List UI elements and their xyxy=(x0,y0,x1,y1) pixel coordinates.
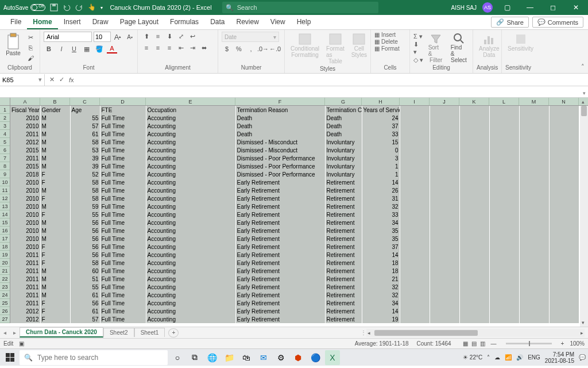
row-header[interactable]: 16 xyxy=(0,227,10,235)
cell[interactable] xyxy=(489,291,519,299)
cell[interactable]: Accounting xyxy=(146,114,235,122)
cell[interactable] xyxy=(430,170,459,178)
cell[interactable] xyxy=(459,315,489,323)
cell[interactable]: 2011 xyxy=(10,251,40,259)
cell[interactable]: Accounting xyxy=(146,146,235,154)
cell[interactable] xyxy=(549,210,579,218)
cell[interactable] xyxy=(430,218,459,227)
cell[interactable] xyxy=(549,122,579,130)
header-cell[interactable]: Termination Ca xyxy=(325,106,362,114)
cell[interactable] xyxy=(519,138,549,146)
row-header[interactable]: 27 xyxy=(0,315,10,323)
fill-color-icon[interactable]: 🪣 xyxy=(94,44,105,53)
search-box[interactable]: 🔍 Search xyxy=(222,2,378,13)
indent-inc-icon[interactable]: ⇥ xyxy=(187,43,198,52)
cell[interactable] xyxy=(489,243,519,251)
cell[interactable] xyxy=(400,138,430,146)
cell[interactable]: Dismissed - Poor Performance xyxy=(235,162,325,170)
cell[interactable]: Early Retirement xyxy=(235,178,325,186)
cell[interactable] xyxy=(519,122,549,130)
cell[interactable]: Full Time xyxy=(100,243,146,251)
cell[interactable] xyxy=(519,275,549,283)
cell[interactable]: 2010 xyxy=(10,178,40,186)
cell[interactable] xyxy=(549,299,579,307)
cell[interactable] xyxy=(549,307,579,315)
cell[interactable]: 51 xyxy=(70,275,100,283)
cell[interactable]: 39 xyxy=(70,162,100,170)
cell[interactable] xyxy=(549,194,579,202)
table-row[interactable]: 2010M56Full TimeAccountingEarly Retireme… xyxy=(10,218,579,227)
start-button[interactable] xyxy=(2,350,17,365)
cell[interactable]: 57 xyxy=(70,315,100,323)
scroll-right-icon[interactable]: ▸ xyxy=(581,330,583,336)
scroll-up-icon[interactable]: ▴ xyxy=(582,99,585,105)
cell[interactable]: Retirement xyxy=(325,315,362,323)
cell[interactable]: Full Time xyxy=(100,154,146,162)
cell[interactable]: 61 xyxy=(70,130,100,138)
row-header[interactable]: 7 xyxy=(0,154,10,162)
cell[interactable]: 35 xyxy=(362,227,400,235)
cell[interactable] xyxy=(489,114,519,122)
cortana-icon[interactable]: ○ xyxy=(170,350,185,365)
cell[interactable] xyxy=(489,202,519,210)
cell[interactable]: M xyxy=(40,267,70,275)
cell[interactable]: 3 xyxy=(362,154,400,162)
cell[interactable] xyxy=(400,227,430,235)
table-row[interactable]: 2011M60Full TimeAccountingEarly Retireme… xyxy=(10,267,579,275)
decrease-font-icon[interactable]: A▾ xyxy=(125,32,135,41)
cell[interactable]: 33 xyxy=(362,130,400,138)
cell[interactable]: 24 xyxy=(362,114,400,122)
cell[interactable]: M xyxy=(40,291,70,299)
cell[interactable]: 2012 xyxy=(10,307,40,315)
cell[interactable]: M xyxy=(40,130,70,138)
cell[interactable]: Full Time xyxy=(100,267,146,275)
cell[interactable] xyxy=(519,210,549,218)
cell[interactable] xyxy=(400,218,430,227)
cell[interactable]: Retirement xyxy=(325,227,362,235)
cell[interactable]: Accounting xyxy=(146,178,235,186)
minimize-icon[interactable]: — xyxy=(521,3,539,12)
cell[interactable]: Accounting xyxy=(146,227,235,235)
language-indicator[interactable]: ENG xyxy=(528,354,540,361)
cell[interactable]: Death xyxy=(325,122,362,130)
cell[interactable] xyxy=(400,122,430,130)
tab-draw[interactable]: Draw xyxy=(87,16,114,29)
cell-styles-button[interactable]: CellStyles xyxy=(349,32,369,59)
table-row[interactable]: 2018F52Full TimeAccountingDismissed - Po… xyxy=(10,170,579,178)
align-bot-icon[interactable]: ⬇ xyxy=(164,32,175,41)
row-headers[interactable]: 1234567891011121314151617181920212223242… xyxy=(0,106,10,323)
cell[interactable] xyxy=(489,283,519,291)
cell[interactable] xyxy=(489,178,519,186)
underline-button[interactable]: U xyxy=(69,44,79,53)
share-button[interactable]: 🔗Share xyxy=(491,17,528,28)
cell[interactable] xyxy=(519,251,549,259)
cell[interactable]: M xyxy=(40,275,70,283)
cell[interactable] xyxy=(549,186,579,194)
row-header[interactable]: 26 xyxy=(0,307,10,315)
cell[interactable]: 53 xyxy=(70,146,100,154)
cell[interactable]: Full Time xyxy=(100,227,146,235)
cell[interactable] xyxy=(549,235,579,243)
cell[interactable]: Full Time xyxy=(100,218,146,227)
cell[interactable]: Early Retirement xyxy=(235,186,325,194)
header-cell[interactable] xyxy=(489,106,519,114)
delete-cells-button[interactable]: ▦Delete xyxy=(374,39,398,45)
add-sheet-button[interactable]: + xyxy=(168,328,179,338)
cell[interactable] xyxy=(519,178,549,186)
cell[interactable] xyxy=(400,162,430,170)
table-row[interactable]: 2011M55Full TimeAccountingEarly Retireme… xyxy=(10,283,579,291)
cell[interactable]: M xyxy=(40,122,70,130)
cell[interactable]: Accounting xyxy=(146,130,235,138)
tab-data[interactable]: Data xyxy=(204,16,230,29)
cell[interactable] xyxy=(430,178,459,186)
undo-icon[interactable] xyxy=(63,3,71,12)
cell[interactable]: M xyxy=(40,283,70,291)
cell[interactable] xyxy=(549,267,579,275)
cell[interactable] xyxy=(549,283,579,291)
merge-icon[interactable]: ⬌ xyxy=(199,43,209,52)
cell[interactable] xyxy=(430,259,459,267)
sheet-nav-next-icon[interactable]: ▸ xyxy=(10,329,20,336)
formula-input[interactable] xyxy=(79,75,583,85)
tab-review[interactable]: Review xyxy=(230,16,264,29)
cell[interactable]: Retirement xyxy=(325,259,362,267)
